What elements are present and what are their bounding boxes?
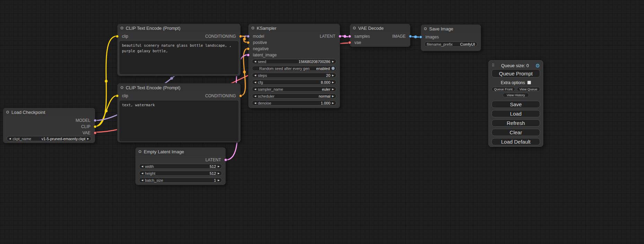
- output-socket-image[interactable]: [409, 35, 412, 38]
- increment-icon[interactable]: ▶: [332, 88, 334, 90]
- extra-options-checkbox[interactable]: [527, 81, 531, 84]
- filename-prefix-widget[interactable]: filename_prefix ComfyUI: [424, 42, 477, 47]
- settings-gear-icon[interactable]: ⚙: [536, 63, 540, 68]
- decrement-icon[interactable]: ◀: [141, 179, 143, 181]
- widget-value: normal: [319, 94, 330, 98]
- seed-widget[interactable]: ◀ seed 156680208700286 ▶: [252, 59, 336, 64]
- widget-value: v1-5-pruned-emaonly.ckpt: [42, 137, 86, 141]
- widget-value: 156680208700286: [299, 60, 330, 64]
- sampler-name-widget[interactable]: ◀ sampler_name euler ▶: [252, 87, 336, 92]
- steps-widget[interactable]: ◀ steps 20 ▶: [252, 73, 336, 78]
- output-socket-vae[interactable]: [94, 132, 97, 135]
- batch-size-widget[interactable]: ◀ batch_size 1 ▶: [139, 178, 222, 183]
- collapse-icon[interactable]: [424, 27, 427, 30]
- output-socket-clip[interactable]: [94, 125, 97, 128]
- output-socket-model[interactable]: [94, 119, 97, 122]
- node-load-checkpoint[interactable]: Load Checkpoint MODEL CLIP VAE ◀ ckpt: [3, 108, 95, 143]
- prompt-text-area[interactable]: beautiful scenery nature glass bottle la…: [120, 41, 238, 74]
- ckpt-name-widget[interactable]: ◀ ckpt_name v1-5-pruned-emaonly.ckpt ▶: [7, 136, 91, 141]
- output-socket-latent[interactable]: [338, 35, 342, 38]
- increment-icon[interactable]: ▶: [332, 102, 334, 104]
- increment-icon[interactable]: ▶: [218, 165, 220, 168]
- queue-size-label: Queue size: 0: [501, 63, 529, 68]
- widget-value: 512: [210, 164, 216, 169]
- denoise-widget[interactable]: ◀ denoise 1.000 ▶: [252, 100, 336, 106]
- input-socket-clip[interactable]: [116, 94, 119, 98]
- node-titlebar[interactable]: Save Image: [421, 25, 481, 33]
- input-socket-negative[interactable]: [247, 47, 250, 51]
- increment-icon[interactable]: ▶: [332, 60, 334, 63]
- increment-icon[interactable]: ▶: [218, 179, 220, 181]
- collapse-icon[interactable]: [6, 111, 9, 114]
- cfg-widget[interactable]: ◀ cfg 8.000 ▶: [252, 80, 336, 85]
- decrement-icon[interactable]: ◀: [254, 81, 256, 83]
- link-wire: [95, 96, 117, 126]
- output-socket-conditioning[interactable]: [239, 35, 242, 38]
- scheduler-widget[interactable]: ◀ scheduler normal ▶: [252, 93, 336, 99]
- node-vae-decode[interactable]: VAE Decode samples IMAGE vae: [350, 24, 411, 47]
- input-socket-images[interactable]: [419, 36, 422, 39]
- increment-icon[interactable]: ▶: [87, 137, 89, 140]
- input-socket-latent-image[interactable]: [247, 54, 250, 57]
- node-titlebar[interactable]: Load Checkpoint: [3, 108, 95, 116]
- clear-button[interactable]: Clear: [492, 129, 540, 136]
- output-socket-latent[interactable]: [224, 159, 227, 162]
- node-titlebar[interactable]: CLIP Text Encode (Prompt): [117, 83, 240, 92]
- drag-handle-icon[interactable]: ⠿: [492, 63, 495, 67]
- node-title: CLIP Text Encode (Prompt): [126, 85, 180, 90]
- input-socket-samples[interactable]: [348, 35, 351, 38]
- prompt-text-area[interactable]: text, watermark: [120, 101, 238, 141]
- collapse-icon[interactable]: [353, 27, 356, 29]
- save-button[interactable]: Save: [492, 101, 540, 108]
- random-seed-toggle[interactable]: Random seed after every gen enabled: [252, 66, 336, 71]
- collapse-icon[interactable]: [252, 27, 254, 29]
- queue-front-button[interactable]: Queue Front: [492, 87, 515, 91]
- increment-icon[interactable]: ▶: [218, 172, 220, 174]
- input-socket-positive[interactable]: [247, 41, 250, 44]
- decrement-icon[interactable]: ◀: [254, 74, 256, 76]
- node-titlebar[interactable]: VAE Decode: [350, 24, 410, 32]
- collapse-icon[interactable]: [121, 86, 123, 89]
- node-save-image[interactable]: Save Image images filename_prefix ComfyU…: [421, 24, 481, 51]
- increment-icon[interactable]: ▶: [332, 81, 334, 83]
- queue-prompt-button[interactable]: Queue Prompt: [492, 69, 540, 78]
- widget-name: ckpt_name: [12, 137, 39, 141]
- node-clip-text-encode-negative[interactable]: CLIP Text Encode (Prompt) clip CONDITION…: [117, 83, 241, 143]
- decrement-icon[interactable]: ◀: [254, 88, 256, 90]
- input-socket-model[interactable]: [247, 35, 250, 38]
- load-button[interactable]: Load: [492, 110, 540, 117]
- decrement-icon[interactable]: ◀: [141, 165, 143, 168]
- input-socket-clip[interactable]: [116, 35, 119, 38]
- widget-value: 1: [214, 178, 216, 182]
- view-queue-button[interactable]: View Queue: [517, 87, 540, 91]
- increment-icon[interactable]: ▶: [332, 74, 334, 76]
- graph-canvas[interactable]: Load Checkpoint MODEL CLIP VAE ◀ ckpt: [0, 0, 644, 244]
- toggle-knob-icon[interactable]: [332, 67, 335, 70]
- collapse-icon[interactable]: [139, 150, 141, 153]
- node-titlebar[interactable]: KSampler: [248, 24, 340, 32]
- input-label-latent-image: latent_image: [253, 53, 277, 57]
- node-clip-text-encode-positive[interactable]: CLIP Text Encode (Prompt) clip CONDITION…: [117, 24, 241, 76]
- increment-icon[interactable]: ▶: [332, 95, 334, 97]
- decrement-icon[interactable]: ◀: [254, 102, 256, 104]
- decrement-icon[interactable]: ◀: [254, 60, 256, 63]
- load-default-button[interactable]: Load Default: [492, 138, 540, 145]
- node-ksampler[interactable]: KSampler model LATENT positive negative …: [248, 24, 340, 108]
- node-empty-latent-image[interactable]: Empty Latent Image LATENT ◀ width 512 ▶ …: [135, 147, 226, 185]
- decrement-icon[interactable]: ◀: [9, 137, 11, 140]
- node-title: KSampler: [257, 26, 276, 31]
- decrement-icon[interactable]: ◀: [141, 172, 143, 174]
- refresh-button[interactable]: Refresh: [492, 119, 540, 127]
- widget-value: euler: [322, 87, 330, 91]
- output-socket-conditioning[interactable]: [239, 94, 242, 98]
- node-titlebar[interactable]: CLIP Text Encode (Prompt): [117, 24, 240, 32]
- widget-value: 512: [210, 171, 216, 175]
- view-history-button[interactable]: View History: [503, 93, 529, 97]
- input-socket-vae[interactable]: [348, 41, 351, 44]
- node-titlebar[interactable]: Empty Latent Image: [135, 147, 226, 156]
- width-widget[interactable]: ◀ width 512 ▶: [139, 164, 222, 169]
- decrement-icon[interactable]: ◀: [254, 95, 256, 97]
- collapse-icon[interactable]: [121, 27, 123, 29]
- output-label-conditioning: CONDITIONING: [205, 93, 236, 98]
- height-widget[interactable]: ◀ height 512 ▶: [139, 171, 222, 176]
